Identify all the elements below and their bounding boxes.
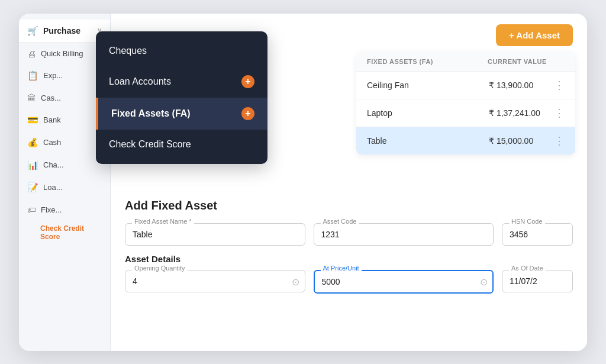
more-vert-icon-2[interactable]: ⋮	[554, 134, 565, 147]
sidebar-bank-label: Bank	[43, 115, 61, 124]
table-row[interactable]: Ceiling Fan ₹ 13,900.00 ⋮	[356, 72, 575, 99]
field-price-label: At Price/Unit	[321, 265, 362, 272]
loans-icon: 📝	[27, 182, 38, 193]
sidebar-item-credit[interactable]: Check Credit Score	[19, 221, 110, 244]
field-as-of-date: As Of Date	[502, 270, 573, 294]
dropdown-item-loan-accounts[interactable]: Loan Accounts +	[96, 66, 267, 98]
table-row[interactable]: Laptop ₹ 1,37,241.00 ⋮	[356, 99, 575, 127]
chart-icon: 📊	[27, 160, 38, 170]
add-asset-button-label: + Add Asset	[509, 30, 560, 40]
more-vert-icon-1[interactable]: ⋮	[554, 107, 565, 120]
sidebar-purchase-label: Purchase	[43, 26, 80, 36]
dropdown-item-cheques[interactable]: Cheques	[96, 36, 267, 66]
fixed-icon: 🏷	[27, 205, 36, 215]
asset-details-label: Asset Details	[125, 254, 573, 264]
price-clear-icon[interactable]: ⊙	[480, 276, 488, 287]
form-section: Add Fixed Asset Fixed Asset Name * Asset…	[111, 188, 587, 351]
field-hsn-code-label: HSN Code	[509, 218, 545, 225]
cash-icon: 🏛	[27, 93, 36, 103]
table-row-1-name: Laptop	[367, 108, 489, 118]
sidebar-cash2-label: Cash	[43, 138, 61, 147]
sidebar-chart-label: Cha...	[43, 160, 64, 169]
table-header: FIXED ASSETS (FA) CURRENT VALUE	[356, 52, 575, 72]
sidebar-expenses-label: Exp...	[43, 71, 63, 80]
form-title: Add Fixed Asset	[125, 199, 573, 212]
quick-billing-icon: 🖨	[27, 49, 36, 59]
asset-code-input[interactable]	[314, 223, 494, 246]
table-col1-header: FIXED ASSETS (FA)	[367, 58, 488, 65]
table-row[interactable]: Table ₹ 15,000.00 ⋮	[356, 127, 575, 155]
dropdown-item-fixed-assets[interactable]: Fixed Assets (FA) +	[96, 98, 267, 130]
asset-name-input[interactable]	[125, 223, 305, 246]
table-row-0-name: Ceiling Fan	[367, 80, 489, 90]
field-asset-code-label: Asset Code	[321, 218, 359, 225]
sidebar-credit-label: Check Credit Score	[40, 224, 84, 241]
sidebar-fixed-label: Fixe...	[41, 205, 62, 214]
field-asset-code: Asset Code	[314, 223, 494, 246]
fixed-assets-table: FIXED ASSETS (FA) CURRENT VALUE Ceiling …	[356, 52, 575, 155]
more-vert-icon-0[interactable]: ⋮	[554, 79, 565, 92]
dropdown-fixed-label: Fixed Assets (FA)	[111, 108, 191, 119]
sidebar-cash-label: Cas...	[41, 94, 61, 102]
table-row-2-value: ₹ 15,000.00	[489, 136, 554, 146]
expenses-icon: 📋	[27, 70, 38, 81]
table-row-2-name: Table	[367, 136, 489, 146]
add-asset-button[interactable]: + Add Asset	[496, 24, 573, 46]
field-asset-name: Fixed Asset Name *	[125, 223, 305, 246]
main-container: 🛒 Purchase ∨ 🖨 Quick Billing 📋 Exp... 🏛 …	[19, 14, 587, 351]
field-hsn-code: HSN Code	[502, 223, 573, 246]
field-date-label: As Of Date	[509, 265, 546, 272]
dropdown-credit-label: Check Credit Score	[109, 139, 191, 150]
field-opening-qty: Opening Quantity ⊙	[125, 270, 305, 294]
fixed-plus-icon[interactable]: +	[241, 107, 254, 120]
loan-plus-icon[interactable]: +	[241, 75, 254, 88]
purchase-icon: 🛒	[27, 25, 38, 36]
dropdown-cheques-label: Cheques	[109, 46, 147, 56]
hsn-code-input[interactable]	[502, 223, 573, 246]
cash2-icon: 💰	[27, 137, 38, 148]
field-qty-label: Opening Quantity	[132, 265, 188, 272]
bank-icon: 💳	[27, 115, 38, 125]
date-input[interactable]	[502, 270, 573, 292]
form-row-2: Opening Quantity ⊙ At Price/Unit ⊙ As Of…	[125, 270, 573, 294]
qty-clear-icon[interactable]: ⊙	[292, 276, 299, 287]
table-row-0-value: ₹ 13,900.00	[489, 80, 554, 90]
price-unit-input[interactable]	[314, 270, 494, 294]
field-asset-name-label: Fixed Asset Name *	[132, 218, 194, 225]
sidebar-item-fixed[interactable]: 🏷 Fixe...	[19, 199, 110, 221]
opening-qty-input[interactable]	[125, 270, 305, 292]
top-right-area: + Add Asset	[496, 24, 573, 46]
form-row-1: Fixed Asset Name * Asset Code HSN Code	[125, 223, 573, 246]
sidebar-quick-billing-label: Quick Billing	[41, 49, 83, 58]
dropdown-item-credit-score[interactable]: Check Credit Score	[96, 130, 267, 159]
dropdown-menu: Cheques Loan Accounts + Fixed Assets (FA…	[96, 31, 267, 164]
dropdown-loan-label: Loan Accounts	[109, 76, 171, 87]
table-col2-header: CURRENT VALUE	[488, 58, 565, 65]
table-row-1-value: ₹ 1,37,241.00	[489, 108, 554, 118]
field-price-unit: At Price/Unit ⊙	[314, 270, 494, 294]
sidebar-loans-label: Loa...	[43, 183, 63, 192]
sidebar-item-loans[interactable]: 📝 Loa...	[19, 176, 110, 199]
